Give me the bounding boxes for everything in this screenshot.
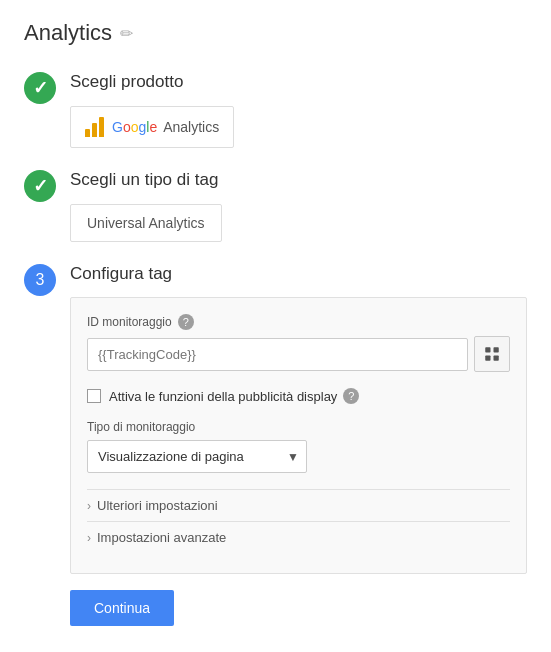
checkmark-icon-2: ✓ — [33, 175, 48, 197]
edit-icon[interactable]: ✏ — [120, 24, 133, 43]
google-logo-text: Google — [112, 119, 157, 135]
analytics-logo-text: Analytics — [163, 119, 219, 135]
display-advertising-row: Attiva le funzioni della pubblicità disp… — [87, 388, 510, 404]
svg-rect-3 — [494, 356, 499, 361]
step-3-number: 3 — [36, 271, 45, 289]
tracking-type-wrapper: Visualizzazione di pagina Evento Transaz… — [87, 440, 307, 473]
step-3-form: ID monitoraggio ? {{TrackingCode}} — [70, 297, 527, 574]
ga-bar-2 — [92, 123, 97, 137]
checkmark-icon: ✓ — [33, 77, 48, 99]
tracking-type-label: Tipo di monitoraggio — [87, 420, 510, 434]
step-1-indicator: ✓ — [24, 72, 56, 104]
tracking-id-label: ID monitoraggio ? — [87, 314, 510, 330]
step-2: ✓ Scegli un tipo di tag Universal Analyt… — [24, 168, 527, 242]
google-analytics-logo: Google Analytics — [85, 117, 219, 137]
step-2-content: Scegli un tipo di tag Universal Analytic… — [70, 168, 527, 242]
tag-type-value: Universal Analytics — [87, 215, 205, 231]
step-2-title: Scegli un tipo di tag — [70, 168, 527, 192]
continue-button[interactable]: Continua — [70, 590, 174, 626]
page-title: Analytics — [24, 20, 112, 46]
tracking-type-select[interactable]: Visualizzazione di pagina Evento Transaz… — [87, 440, 307, 473]
display-advertising-label: Attiva le funzioni della pubblicità disp… — [109, 388, 359, 404]
impostazioni-avanzate-row[interactable]: › Impostazioni avanzate — [87, 522, 510, 553]
tracking-id-input[interactable]: {{TrackingCode}} — [87, 338, 468, 371]
step-3-indicator: 3 — [24, 264, 56, 296]
tracking-type-row: Tipo di monitoraggio Visualizzazione di … — [87, 420, 510, 473]
step-1: ✓ Scegli prodotto Google Analytics — [24, 70, 527, 148]
chevron-right-icon-2: › — [87, 531, 91, 545]
ulteriori-impostazioni-row[interactable]: › Ulteriori impostazioni — [87, 490, 510, 521]
display-advertising-checkbox[interactable] — [87, 389, 101, 403]
svg-rect-1 — [494, 348, 499, 353]
variable-icon — [483, 345, 501, 363]
step-2-indicator: ✓ — [24, 170, 56, 202]
svg-rect-0 — [485, 348, 490, 353]
impostazioni-avanzate-label: Impostazioni avanzate — [97, 530, 226, 545]
ga-bars-icon — [85, 117, 104, 137]
chevron-right-icon-1: › — [87, 499, 91, 513]
step-3-content: Configura tag ID monitoraggio ? {{Tracki… — [70, 262, 527, 627]
step-1-title: Scegli prodotto — [70, 70, 527, 94]
svg-rect-2 — [485, 356, 490, 361]
page-header: Analytics ✏ — [24, 20, 527, 46]
step-3-title: Configura tag — [70, 262, 527, 286]
ulteriori-impostazioni-label: Ulteriori impostazioni — [97, 498, 218, 513]
display-advertising-help-icon[interactable]: ? — [343, 388, 359, 404]
ga-logo-box: Google Analytics — [70, 106, 234, 148]
tag-type-box: Universal Analytics — [70, 204, 222, 242]
tracking-id-help-icon[interactable]: ? — [178, 314, 194, 330]
variable-picker-button[interactable] — [474, 336, 510, 372]
step-1-content: Scegli prodotto Google Analytics — [70, 70, 527, 148]
tracking-id-row: {{TrackingCode}} — [87, 336, 510, 372]
ga-bar-3 — [99, 117, 104, 137]
ga-bar-1 — [85, 129, 90, 137]
step-3: 3 Configura tag ID monitoraggio ? {{Trac… — [24, 262, 527, 627]
